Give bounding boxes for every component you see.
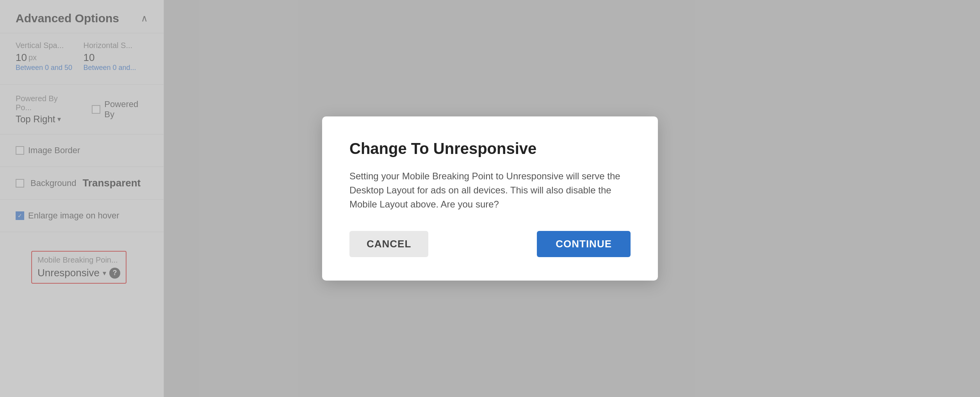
- dialog: Change To Unresponsive Setting your Mobi…: [322, 116, 658, 281]
- dialog-actions: CANCEL CONTINUE: [349, 231, 631, 257]
- modal-overlay: Change To Unresponsive Setting your Mobi…: [0, 0, 980, 397]
- dialog-title: Change To Unresponsive: [349, 140, 631, 157]
- continue-button[interactable]: CONTINUE: [537, 231, 631, 257]
- cancel-button[interactable]: CANCEL: [349, 231, 428, 257]
- dialog-body: Setting your Mobile Breaking Point to Un…: [349, 169, 631, 211]
